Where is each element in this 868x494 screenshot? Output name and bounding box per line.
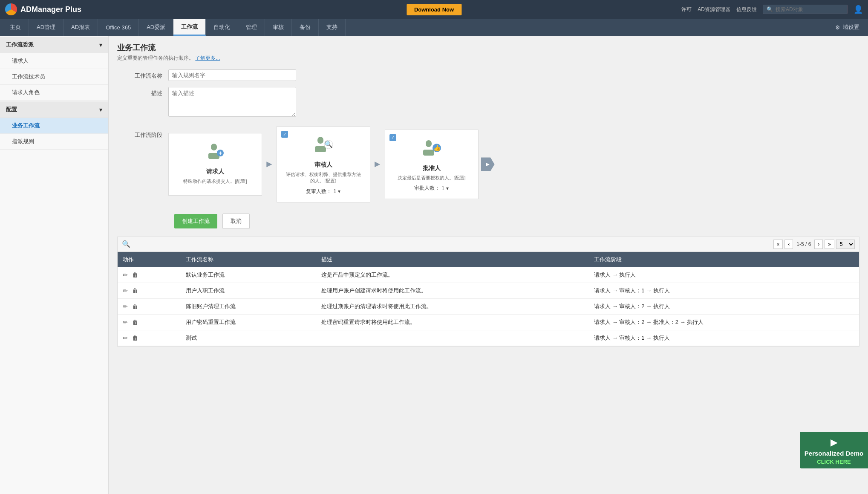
approver-icon: 👍	[392, 137, 471, 161]
workflow-name-cell: 测试	[181, 330, 316, 346]
delete-icon[interactable]: 🗑	[132, 319, 138, 326]
stage-card-requester: + 请求人 特殊动作的请求提交人。[配置]	[168, 133, 262, 195]
delete-icon[interactable]: 🗑	[132, 303, 138, 310]
button-row: 创建工作流 取消	[174, 214, 859, 229]
download-button[interactable]: Download Now	[407, 4, 461, 15]
cancel-button[interactable]: 取消	[222, 214, 250, 229]
svg-rect-9	[423, 150, 434, 156]
svg-text:+: +	[219, 150, 222, 156]
delete-icon[interactable]: 🗑	[132, 287, 138, 294]
workflow-name-cell: 用户密码重置工作流	[181, 314, 316, 330]
table-row: ✏ 🗑 用户密码重置工作流 处理密码重置请求时将使用此工作流。 请求人 → 审核…	[118, 314, 859, 330]
nav-bar: 主页 AD管理 AD报表 Office 365 AD委派 工作流 自动化 管理 …	[0, 19, 868, 36]
stage-title-approver: 批准人	[392, 165, 471, 172]
arrow-3: ►	[479, 157, 497, 171]
stage-count-reviewer: 复审人数： 1 ▾	[284, 188, 363, 195]
action-cell: ✏ 🗑	[118, 283, 181, 298]
top-right-area: 许可 AD资源管理器 信息反馈 🔍 👤	[681, 5, 863, 14]
table-section: 🔍 « ‹ 1-5 / 6 › » 5 10 20	[117, 237, 859, 347]
action-cell: ✏ 🗑	[118, 330, 181, 346]
sidebar-item-requester[interactable]: 请求人	[0, 53, 108, 69]
col-stages: 工作流阶段	[589, 252, 859, 267]
content-area: ManageEngine 业务工作流 定义重要的管理任务的执行顺序。 了解更多.…	[109, 36, 868, 494]
demo-widget[interactable]: ▶ Personalized Demo CLICK HERE	[800, 432, 868, 468]
settings-label: 域设置	[843, 23, 859, 31]
workflow-name-cell: 陈旧账户清理工作流	[181, 298, 316, 314]
chevron-down-icon: ▾	[99, 42, 102, 48]
workflow-stages-cell: 请求人 → 审核人：1 → 执行人	[589, 330, 859, 346]
table-row: ✏ 🗑 测试 请求人 → 审核人：1 → 执行人	[118, 330, 859, 346]
search-input[interactable]	[776, 6, 844, 12]
workflow-stages-cell: 请求人 → 审核人：2 → 执行人	[589, 298, 859, 314]
approver-checkbox[interactable]: ✓	[389, 134, 396, 141]
nav-workflow[interactable]: 工作流	[173, 19, 206, 36]
page-subtitle: 定义重要的管理任务的执行顺序。 了解更多...	[117, 55, 859, 62]
nav-automation[interactable]: 自动化	[206, 19, 238, 36]
table-toolbar: 🔍 « ‹ 1-5 / 6 › » 5 10 20	[118, 237, 859, 252]
workflow-desc-input[interactable]	[168, 87, 296, 117]
license-link[interactable]: 许可	[681, 6, 692, 13]
form-stages-label: 工作流阶段	[117, 123, 168, 139]
feedback-link[interactable]: 信息反馈	[736, 6, 757, 13]
chevron-down-icon-2: ▾	[99, 107, 102, 113]
action-cell: ✏ 🗑	[118, 267, 181, 283]
page-size-select[interactable]: 5 10 20	[836, 240, 855, 249]
stage-desc-requester: 特殊动作的请求提交人。[配置]	[176, 178, 255, 185]
reviewer-checkbox[interactable]: ✓	[281, 131, 288, 138]
nav-support[interactable]: 支持	[319, 19, 346, 36]
nav-backup[interactable]: 备份	[292, 19, 319, 36]
settings-button[interactable]: ⚙ 域设置	[828, 23, 866, 31]
stage-card-reviewer: ✓ 🔍 审核人 评估请求、权衡利弊、提供推荐方法的人。[配置]	[277, 126, 370, 202]
sidebar-section-label-1: 工作流委派	[6, 41, 34, 49]
delete-icon[interactable]: 🗑	[132, 335, 138, 341]
demo-widget-icon: ▶	[804, 437, 864, 448]
sidebar-section-config[interactable]: 配置 ▾	[0, 101, 108, 118]
page-last-button[interactable]: »	[825, 240, 834, 249]
page-prev-button[interactable]: ‹	[784, 240, 793, 249]
sidebar-section-workflow-delegate[interactable]: 工作流委派 ▾	[0, 37, 108, 53]
svg-rect-8	[426, 140, 432, 147]
main-layout: 工作流委派 ▾ 请求人 工作流技术员 请求人角色 配置 ▾ 业务工作流 指派规则…	[0, 36, 868, 494]
workflow-desc-cell	[316, 330, 589, 346]
table-search-icon[interactable]: 🔍	[122, 240, 130, 248]
sidebar-item-requester-role[interactable]: 请求人角色	[0, 85, 108, 101]
nav-ad-manage[interactable]: AD管理	[29, 19, 63, 36]
edit-icon[interactable]: ✏	[123, 303, 128, 310]
delete-icon[interactable]: 🗑	[132, 272, 138, 278]
workflow-stages-cell: 请求人 → 执行人	[589, 267, 859, 283]
workflow-desc-cell: 处理用户账户创建请求时将使用此工作流。	[316, 283, 589, 298]
edit-icon[interactable]: ✏	[123, 272, 128, 278]
nav-ad-delegate[interactable]: AD委派	[139, 19, 173, 36]
sidebar-section-label-2: 配置	[6, 106, 17, 113]
learn-more-link[interactable]: 了解更多...	[195, 55, 220, 61]
workflow-stages: + 请求人 特殊动作的请求提交人。[配置] ► ✓	[168, 126, 497, 206]
edit-icon[interactable]: ✏	[123, 335, 128, 341]
sidebar-item-technician[interactable]: 工作流技术员	[0, 69, 108, 85]
sidebar-item-business-workflow[interactable]: 业务工作流	[0, 118, 108, 134]
nav-audit[interactable]: 审核	[265, 19, 292, 36]
dropdown-icon[interactable]: ▾	[338, 188, 340, 194]
form-stages-row: 工作流阶段 + 请求人 特殊动作的请求提交人	[117, 123, 859, 206]
nav-office365[interactable]: Office 365	[98, 19, 139, 36]
action-cell: ✏ 🗑	[118, 298, 181, 314]
nav-home[interactable]: 主页	[2, 19, 29, 36]
page-first-button[interactable]: «	[773, 240, 783, 249]
col-desc: 描述	[316, 252, 589, 267]
dropdown-icon-2[interactable]: ▾	[446, 185, 449, 191]
workflow-name-input[interactable]	[168, 69, 296, 81]
sidebar: 工作流委派 ▾ 请求人 工作流技术员 请求人角色 配置 ▾ 业务工作流 指派规则	[0, 36, 109, 494]
demo-click-label[interactable]: CLICK HERE	[804, 459, 864, 465]
edit-icon[interactable]: ✏	[123, 319, 128, 326]
stage-count-approver: 审批人数： 1 ▾	[392, 185, 471, 192]
sidebar-item-assign-rules[interactable]: 指派规则	[0, 134, 108, 150]
user-avatar-icon[interactable]: 👤	[854, 5, 863, 14]
nav-ad-report[interactable]: AD报表	[63, 19, 98, 36]
create-workflow-button[interactable]: 创建工作流	[174, 214, 217, 228]
action-cell: ✏ 🗑	[118, 314, 181, 330]
workflow-name-cell: 用户入职工作流	[181, 283, 316, 298]
nav-manage[interactable]: 管理	[238, 19, 265, 36]
ad-explorer-link[interactable]: AD资源管理器	[698, 6, 730, 13]
edit-icon[interactable]: ✏	[123, 287, 128, 294]
page-next-button[interactable]: ›	[814, 240, 823, 249]
svg-text:🔍: 🔍	[324, 140, 333, 148]
